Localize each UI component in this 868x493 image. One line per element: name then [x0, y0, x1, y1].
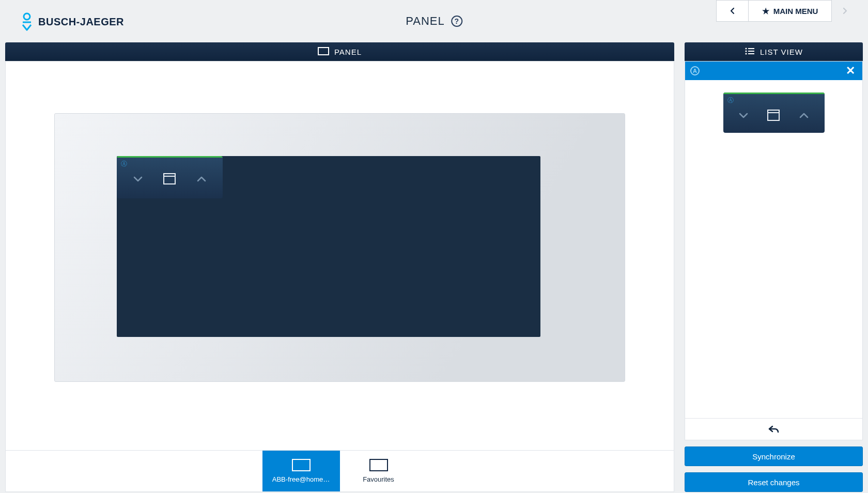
reset-changes-label: Reset changes — [748, 478, 799, 487]
nav-back-button[interactable] — [716, 0, 748, 22]
nav-main-menu-button[interactable]: ★ MAIN MENU — [748, 0, 832, 22]
nav-main-menu-label: MAIN MENU — [773, 7, 818, 16]
listview-body: A ✕ Ⓐ — [685, 61, 863, 440]
nav-forward-button — [832, 0, 858, 22]
footer-tab-favourites[interactable]: Favourites — [340, 451, 417, 491]
svg-rect-8 — [748, 53, 754, 54]
svg-point-3 — [745, 48, 747, 49]
widget-badge: Ⓐ — [117, 158, 223, 168]
panel-header: PANEL — [5, 42, 674, 61]
listview-header-label: LIST VIEW — [760, 48, 803, 56]
top-bar: BUSCH-JAEGER PANEL ? ★ MAIN MENU — [0, 0, 868, 42]
footer-tab-label: ABB-free@home… — [272, 475, 330, 483]
widget-controls — [723, 105, 825, 128]
panel-header-label: PANEL — [334, 48, 362, 56]
brand-logo: BUSCH-JAEGER — [21, 12, 124, 31]
svg-rect-2 — [318, 48, 329, 55]
brand-mark-icon — [21, 12, 33, 31]
list-content: Ⓐ — [685, 80, 862, 418]
widget-up-button[interactable] — [194, 173, 209, 185]
widget-down-button[interactable] — [736, 109, 751, 121]
main-row: PANEL Ⓐ — [0, 42, 868, 492]
device-frame: Ⓐ — [54, 113, 625, 382]
list-widget-tile[interactable]: Ⓐ — [723, 93, 825, 133]
device-screen[interactable]: Ⓐ — [117, 156, 540, 337]
panel-body: Ⓐ — [5, 61, 674, 451]
page-title-wrap: PANEL ? — [406, 14, 462, 28]
svg-point-7 — [745, 53, 747, 54]
widget-down-button[interactable] — [131, 173, 145, 185]
panel-tab-icon — [369, 459, 388, 471]
panel-icon — [318, 47, 329, 57]
svg-point-5 — [745, 50, 747, 52]
star-icon: ★ — [762, 6, 769, 16]
panel-widget-tile[interactable]: Ⓐ — [117, 156, 223, 198]
widget-up-button[interactable] — [797, 109, 811, 121]
close-icon[interactable]: ✕ — [844, 64, 857, 78]
nav-buttons: ★ MAIN MENU — [716, 0, 858, 22]
synchronize-label: Synchronize — [752, 452, 795, 461]
undo-button[interactable] — [685, 418, 862, 440]
a-badge-icon: A — [690, 66, 700, 75]
widget-window-icon[interactable] — [162, 173, 177, 185]
synchronize-button[interactable]: Synchronize — [685, 446, 863, 466]
panel-column: PANEL Ⓐ — [5, 42, 674, 492]
listview-header: LIST VIEW — [685, 42, 863, 61]
list-icon — [745, 47, 755, 57]
reset-changes-button[interactable]: Reset changes — [685, 472, 863, 492]
footer-tab-abb[interactable]: ABB-free@home… — [262, 451, 340, 491]
brand-name: BUSCH-JAEGER — [38, 16, 124, 28]
svg-point-0 — [24, 13, 30, 20]
list-selected-row: A ✕ — [685, 61, 862, 80]
svg-rect-6 — [748, 51, 754, 52]
panel-footer: ABB-free@home… Favourites — [5, 451, 674, 492]
sidebar-column: LIST VIEW A ✕ Ⓐ — [685, 42, 863, 492]
widget-window-icon[interactable] — [766, 109, 781, 121]
help-icon[interactable]: ? — [451, 16, 462, 27]
svg-rect-4 — [748, 48, 754, 49]
footer-tab-label: Favourites — [363, 475, 394, 483]
page-title: PANEL — [406, 14, 445, 28]
widget-badge: Ⓐ — [723, 94, 825, 105]
widget-controls — [117, 168, 223, 191]
panel-tab-icon — [292, 459, 311, 471]
